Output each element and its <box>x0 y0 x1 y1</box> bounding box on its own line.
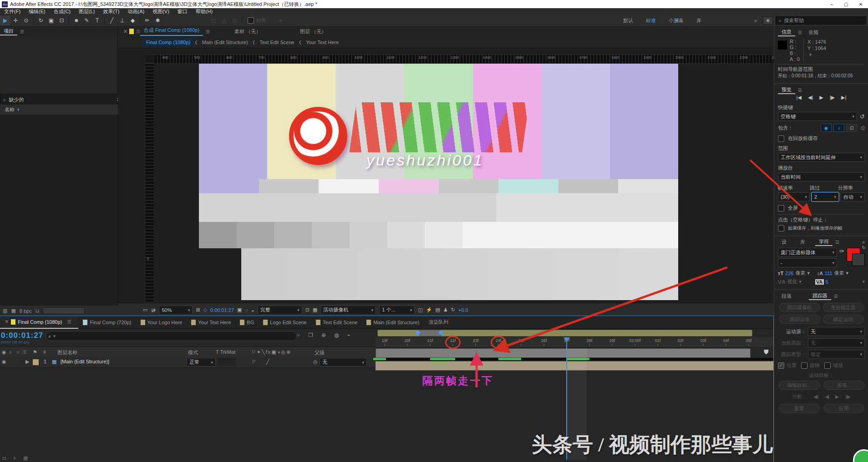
project-search-box[interactable]: ⌕ 缺少的 ✕ <box>0 94 124 105</box>
shortcut-dropdown[interactable]: 空格键▾ <box>778 112 857 121</box>
timeline-tab-Text Edit Scene[interactable]: Text Edit Scene <box>311 316 362 328</box>
menu-item-动画(A)[interactable]: 动画(A) <box>124 8 149 15</box>
reset-exposure-icon[interactable]: ↻ <box>451 307 455 313</box>
tracker-menu-icon[interactable]: ☰ <box>834 294 838 299</box>
fast-preview-icon[interactable]: ⚡ <box>426 307 432 313</box>
layer-parent-dropdown[interactable]: 无▾ <box>320 358 367 367</box>
interpret-footage-icon[interactable]: ▥ <box>3 308 7 314</box>
panel-menu-icon[interactable]: ☰ <box>20 29 24 34</box>
channels-icon[interactable]: ◒ <box>251 307 254 313</box>
timeline-ruler[interactable]: 19f20f21f22f23f24f25f26f27f28f29f02:00f0… <box>376 337 773 348</box>
tab-preview[interactable]: 预览 <box>778 86 795 94</box>
cache-before-checkbox[interactable] <box>778 136 784 142</box>
roto-brush-tool-icon[interactable]: ✏ <box>142 15 152 25</box>
label-column-icon[interactable]: ⚑ <box>33 349 37 355</box>
resolution-auto-dropdown[interactable]: 自动▾ <box>841 192 865 201</box>
layer-visibility-icon[interactable]: ◉ <box>2 359 6 365</box>
transport-◀|[interactable]: ◀| <box>808 95 813 100</box>
menu-item-窗口[interactable]: 窗口 <box>173 8 192 15</box>
expand-layer-switches-icon[interactable]: ◘ <box>3 455 6 461</box>
panel-overflow[interactable]: » <box>862 239 865 245</box>
range-dropdown[interactable]: 工作区域按当前时间延伸▾ <box>778 153 865 162</box>
breadcrumb-item[interactable]: Text Edit Scene <box>256 39 297 46</box>
tab-library[interactable]: 库 <box>797 239 809 246</box>
font-size-value[interactable]: 226 <box>785 271 793 276</box>
horizontal-ruler[interactable]: 4005006007008009001000110012001300140015… <box>153 55 774 64</box>
camera-dropdown[interactable]: 活动摄像机▾ <box>320 306 376 315</box>
lock-icon[interactable]: ⚿ <box>136 29 140 35</box>
shape-tool-icon[interactable]: ■ <box>71 15 81 25</box>
timeline-tab-Your Text Here[interactable]: Your Text Here <box>187 316 235 328</box>
tab-project[interactable]: 项目 <box>0 28 17 35</box>
timeline-button-icon[interactable]: ▤ <box>435 307 440 313</box>
breadcrumb-item[interactable]: Final Comp (1080p) <box>143 39 193 46</box>
work-area-end-marker[interactable]: ⛊ <box>764 348 769 356</box>
navigator-end-handle[interactable] <box>439 331 443 335</box>
primary-viewer-icon[interactable]: 🖳 <box>151 307 156 313</box>
mode-column[interactable]: 模式 <box>188 349 198 356</box>
character-menu-icon[interactable]: ☰ <box>835 240 839 245</box>
menu-item-文件(F)[interactable]: 文件(F) <box>0 8 25 15</box>
motion-blur-icon[interactable]: ◍ <box>334 332 339 338</box>
rotation-checkbox[interactable] <box>801 362 807 369</box>
navigator-start-handle[interactable] <box>416 331 420 335</box>
work-area-bar[interactable] <box>376 348 751 358</box>
graph-editor-icon[interactable]: ⌁ <box>347 332 350 338</box>
close-tab-icon[interactable]: ✕ <box>5 319 9 325</box>
eraser-tool-icon[interactable]: ◆ <box>127 15 138 25</box>
workspace-标准[interactable]: 标准 <box>640 17 662 24</box>
exposure-value[interactable]: +0.0 <box>458 307 468 313</box>
zoom-tool-icon[interactable]: ⊙ <box>21 15 31 25</box>
layer-expander-icon[interactable]: ▶ <box>25 359 29 365</box>
always-preview-icon[interactable]: ▭ <box>143 307 147 313</box>
expand-inout-icon[interactable]: ▦ <box>23 455 28 461</box>
tab-layer[interactable]: 图层 （无） <box>296 28 330 35</box>
bit-depth[interactable]: 8 bpc <box>20 308 32 314</box>
trash-icon[interactable]: ⊔ <box>36 308 40 314</box>
menu-item-合成(C)[interactable]: 合成(C) <box>50 8 75 15</box>
help-search-box[interactable]: ⌕ 搜索帮助 <box>776 16 866 25</box>
number-column[interactable]: # <box>43 349 46 355</box>
close-tab-icon[interactable]: ✕ <box>123 29 127 35</box>
navigator-thumb[interactable] <box>419 330 442 336</box>
play-from-dropdown[interactable]: 当前时间▾ <box>778 172 865 181</box>
eyedropper-icon[interactable]: ✑ <box>839 248 844 255</box>
snapshot-icon[interactable]: ▣ <box>237 307 242 313</box>
include-overlays-icon[interactable]: ⊡ <box>846 124 857 132</box>
timeline-tab-渲染队列[interactable]: 渲染队列 <box>424 316 453 328</box>
tab-effects-presets[interactable]: 设 <box>778 239 790 246</box>
layer-anchor-icon[interactable]: ⚐ <box>252 359 256 365</box>
brush-tool-icon[interactable]: ╱ <box>107 15 117 25</box>
tab-audio[interactable]: 音频 <box>805 29 822 36</box>
menu-item-效果(T)[interactable]: 效果(T) <box>99 8 123 15</box>
swap-colors-icon[interactable]: ↻ <box>862 245 866 250</box>
magnification-dropdown[interactable]: 50%▾ <box>159 306 193 315</box>
solo-column-icon[interactable]: ○ <box>16 349 20 355</box>
timeline-tab-Your Logo Here[interactable]: Your Logo Here <box>136 316 187 328</box>
resolution-dropdown[interactable]: 完整▾ <box>258 306 302 315</box>
puppet-pin-tool-icon[interactable]: ✱ <box>152 15 163 25</box>
breadcrumb-item[interactable]: Your Text Here <box>303 39 342 46</box>
layer-fx-icon[interactable]: ╱ <box>266 359 269 365</box>
composition-image[interactable]: yueshuzhi001 <box>199 64 678 300</box>
include-video-icon[interactable]: ◉ <box>821 124 832 132</box>
layer-name[interactable]: [Main (Edit Structure)] <box>61 359 109 364</box>
viewer-panel-menu-icon[interactable]: ☰ <box>206 29 210 34</box>
workspace-settings-icon[interactable]: ⊕ <box>763 16 773 25</box>
maximize-button[interactable]: ▢ <box>839 0 853 8</box>
tab-tracker[interactable]: 跟踪器 <box>809 292 831 300</box>
info-menu-icon[interactable]: ☰ <box>798 30 802 35</box>
breadcrumb-item[interactable]: Main (Edit Structure) <box>199 39 251 46</box>
reset-icon[interactable]: ↺ <box>860 113 865 120</box>
tab-info[interactable]: 信息 <box>778 29 795 36</box>
roi-icon[interactable]: ⊡ <box>305 307 310 313</box>
cached-frames-checkbox[interactable] <box>778 225 784 231</box>
menu-item-视图(V)[interactable]: 视图(V) <box>148 8 173 15</box>
audio-column-icon[interactable]: ♪ <box>9 349 12 355</box>
type-tool-icon[interactable]: T <box>92 15 102 25</box>
font-family-dropdown[interactable]: 庞门正道标题体▾ <box>778 248 837 257</box>
pen-tool-icon[interactable]: ✎ <box>81 15 92 25</box>
tab-footage[interactable]: 素材 （无） <box>231 28 264 35</box>
tracking-value[interactable]: 5 <box>826 279 828 285</box>
vertical-ruler[interactable]: 0 <box>145 63 154 302</box>
